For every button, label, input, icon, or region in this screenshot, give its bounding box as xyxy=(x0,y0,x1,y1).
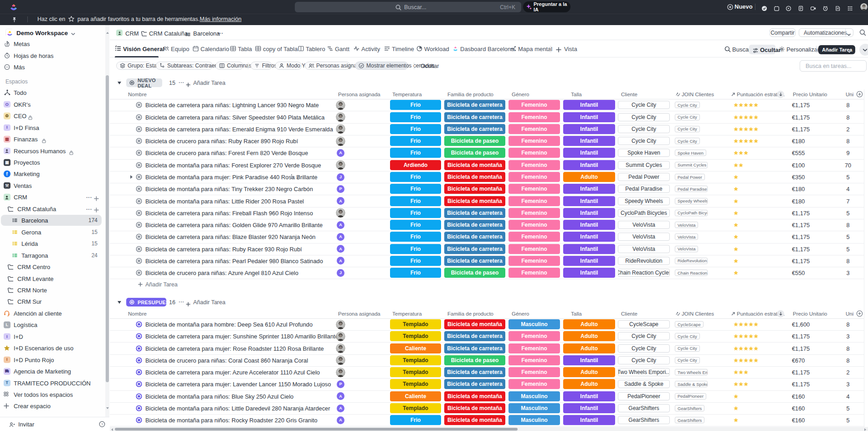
tab-Calendario[interactable]: Calendario xyxy=(200,46,229,52)
g1-addtask[interactable]: Añadir Tarea xyxy=(138,281,178,288)
sp2-tramiteco[interactable]: TRAMITECO PRODUCCIÓN xyxy=(14,379,91,386)
tab-ic-Visión G[interactable] xyxy=(115,46,121,52)
tab-ic-Tabla[interactable] xyxy=(230,46,236,52)
group2-dots[interactable]: ··· xyxy=(179,299,185,305)
ic-alarm[interactable] xyxy=(823,5,828,10)
sp-okrs[interactable]: OKR's xyxy=(14,101,31,108)
tab-copy of Tabla[interactable]: copy of Tabla xyxy=(263,46,298,52)
btn-compartir[interactable]: Compartir xyxy=(770,28,796,37)
f-sur[interactable]: CRM Sur xyxy=(17,298,41,305)
sp-marketing-ic[interactable]: f xyxy=(4,171,10,177)
tab-ic-Calendar[interactable] xyxy=(193,46,199,52)
tab-Gantt[interactable]: Gantt xyxy=(335,46,349,52)
chip-personas[interactable]: Personas asignadas xyxy=(305,62,350,70)
chip-columnas[interactable]: Columnas xyxy=(216,62,243,70)
sp-crm-ic[interactable] xyxy=(4,194,10,201)
tab-Equipo[interactable]: Equipo xyxy=(171,46,189,52)
btn-auto[interactable]: Automatizaciones xyxy=(799,28,853,37)
nav-mas-ic[interactable] xyxy=(4,64,10,70)
sp-idfinsa-ic[interactable]: I xyxy=(4,124,10,131)
chip-filtros[interactable]: Filtros xyxy=(251,62,272,70)
tab-ic-copy of[interactable] xyxy=(255,46,261,52)
chip-grupo[interactable]: Grupo: Estado xyxy=(116,62,151,70)
tab-ic-Equipo[interactable] xyxy=(163,46,169,52)
ws-logo[interactable] xyxy=(5,29,13,36)
sp-finanzas[interactable]: Finanzas xyxy=(14,136,38,143)
tab-Dasboard Barce[interactable]: Dasboard Barcelona xyxy=(460,46,514,52)
sp2-idesc[interactable]: I+D Escenarios de uso xyxy=(14,345,73,352)
nav-hojas-ic[interactable] xyxy=(4,52,10,58)
tb-ocultar[interactable]: Ocultar xyxy=(421,63,439,69)
tab-ic-Workload[interactable] xyxy=(416,46,422,52)
crumb-crm[interactable]: CRM xyxy=(125,30,139,36)
tab-ic-Activity[interactable] xyxy=(354,46,360,52)
tab-vista[interactable]: Vista xyxy=(564,46,577,52)
sp2-vertodos-ic[interactable] xyxy=(4,392,10,398)
sp2-agencia[interactable]: Agencia de Marketing xyxy=(14,368,71,375)
nav-metas-ic[interactable] xyxy=(4,41,10,47)
sp-ventas-ic[interactable]: ⚒ xyxy=(4,182,10,189)
sp-crm[interactable]: CRM xyxy=(14,194,27,201)
sp-crm-plus[interactable] xyxy=(94,195,99,203)
nav-mas[interactable]: Más xyxy=(14,64,25,71)
crumb-dots[interactable]: ··· xyxy=(217,30,223,36)
sp-rrhh-ic[interactable] xyxy=(4,147,10,154)
sp2-idrojo-ic[interactable]: I xyxy=(4,356,10,363)
sp-finanzas-ic[interactable]: ▤ xyxy=(4,136,10,143)
tab-ic-Timeline[interactable] xyxy=(384,46,390,52)
tab-ic-Gantt[interactable] xyxy=(327,46,333,52)
f-norte[interactable]: CRM Norte xyxy=(17,286,47,293)
li-lerida[interactable]: Lérida xyxy=(21,240,38,247)
tab-Tablero[interactable]: Tablero xyxy=(306,46,325,52)
sp2-idesc-ic[interactable] xyxy=(4,345,10,351)
sp-ceo-ic[interactable]: ⚙ xyxy=(4,113,10,119)
sp-crm-dots[interactable]: ··· xyxy=(86,194,92,201)
ic-doc1[interactable] xyxy=(798,5,803,10)
tab-ic-Tablero[interactable] xyxy=(298,46,304,52)
f-centro[interactable]: CRM Centro xyxy=(17,264,50,270)
tab-Tabla[interactable]: Tabla xyxy=(238,46,252,52)
ws-chev[interactable] xyxy=(71,30,76,38)
group2-plus[interactable] xyxy=(186,300,190,308)
sp2-crear-ic[interactable] xyxy=(4,403,9,409)
crumb-crm-ic[interactable] xyxy=(116,30,123,36)
top-avatar[interactable] xyxy=(860,3,868,10)
tab-Visión General[interactable]: Visión General xyxy=(123,46,164,52)
li-lerida-ic[interactable] xyxy=(12,241,17,246)
ai-pill[interactable]: Preguntar a la IA xyxy=(523,1,570,12)
ic-cal[interactable] xyxy=(774,5,779,10)
tab-plus[interactable] xyxy=(556,46,561,54)
f-norte-ic[interactable] xyxy=(7,287,13,293)
f-cat[interactable]: CRM Cataluña xyxy=(17,205,56,212)
ic-grid[interactable] xyxy=(847,5,853,10)
sp-todo-ic[interactable] xyxy=(4,89,10,96)
f-cat-ic[interactable] xyxy=(7,206,13,212)
tab-Mapa mental[interactable]: Mapa mental xyxy=(518,46,552,52)
sp2-crear[interactable]: Crear espacio xyxy=(14,403,51,410)
help-ic[interactable]: ? xyxy=(99,421,105,429)
ic-doc2[interactable] xyxy=(835,5,840,10)
sp2-atencion-ic[interactable] xyxy=(4,310,10,317)
li-barcelona-ic[interactable] xyxy=(12,218,17,223)
btn-add-task[interactable]: Añadir Tarea xyxy=(818,45,855,54)
tab-Activity[interactable]: Activity xyxy=(361,46,380,52)
sp2-logistica-ic[interactable]: L xyxy=(4,322,10,328)
task-search[interactable]: Busca en tareas... xyxy=(800,60,867,72)
nav-metas[interactable]: Metas xyxy=(14,41,30,47)
ctl-ocultar[interactable]: Ocultar xyxy=(749,45,776,54)
sp-todo[interactable]: Todo xyxy=(14,89,26,96)
tab-ic-Dasboard[interactable] xyxy=(452,46,458,52)
nav-hojas[interactable]: Hojas de horas xyxy=(14,52,53,59)
f-levante-ic[interactable] xyxy=(7,275,13,281)
sp-proyectos[interactable]: Proyectos xyxy=(14,159,40,166)
sp2-id-ic[interactable]: I xyxy=(4,333,10,340)
sp2-atencion[interactable]: Atención al cliente xyxy=(14,310,62,317)
sp2-logistica[interactable]: Logística xyxy=(14,322,37,328)
chip-modoyo[interactable]: Modo Yo xyxy=(275,62,302,70)
sp-ceo[interactable]: CEO xyxy=(14,113,26,119)
ic-video[interactable] xyxy=(811,5,816,10)
li-tarragona-ic[interactable] xyxy=(12,253,17,258)
sp2-id[interactable]: I+D xyxy=(14,333,23,340)
sp-ventas[interactable]: Ventas xyxy=(14,182,32,189)
group1-dots[interactable]: ··· xyxy=(179,79,185,86)
